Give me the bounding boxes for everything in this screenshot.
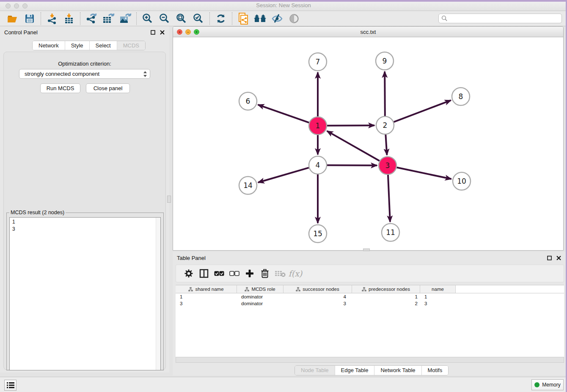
edge-1-6[interactable] [258,105,309,122]
cell-shared-name[interactable]: 3 [176,301,237,306]
optimization-criterion-select[interactable]: strongly connected component [19,69,150,79]
close-panel-action-button[interactable]: Close panel [86,83,130,93]
column-header-successor-nodes[interactable]: successor nodes [284,285,352,293]
edge-4-3[interactable] [327,165,377,166]
table-row-1[interactable]: 1dominator411 [176,293,564,300]
open-session-button[interactable] [4,12,21,25]
control-panel-header: Control Panel [0,26,169,38]
control-panel-title: Control Panel [4,29,38,36]
close-icon [556,256,561,260]
table-row-2[interactable]: 3dominator323 [176,300,564,307]
task-history-button[interactable] [4,380,17,391]
zoom-out-button[interactable] [156,12,173,25]
close-window-button[interactable] [6,3,11,8]
memory-button[interactable]: Memory [531,379,564,390]
network-canvas[interactable]: 1234678910111415 [173,37,563,250]
toolbar-separator [80,12,80,25]
run-mcds-button[interactable]: Run MCDS [40,83,80,93]
tab-node-table[interactable]: Node Table [295,366,335,375]
edge-2-8[interactable] [394,100,451,122]
column-header-name[interactable]: name [420,285,456,293]
cell-name[interactable]: 1 [420,294,456,299]
zoom-selected-button[interactable] [190,12,207,25]
tab-network[interactable]: Network [33,41,65,50]
add-row-button[interactable] [242,266,257,281]
network-zoom-button[interactable]: + [194,29,199,35]
cell-predecessor-nodes[interactable]: 2 [352,301,420,306]
cell-MCDS-role[interactable]: dominator [237,294,284,299]
delete-table-icon [275,270,286,277]
home-button[interactable] [252,12,269,25]
import-network-button[interactable] [44,12,61,25]
control-panel-tabs: NetworkStyleSelectMCDS [32,41,146,50]
close-table-panel-button[interactable] [556,255,561,261]
vertical-splitter-handle[interactable] [167,196,171,203]
search-field[interactable] [438,14,562,23]
edge-3-10[interactable] [397,168,451,179]
column-header-MCDS-role[interactable]: MCDS role [237,285,284,293]
edge-4-14[interactable] [258,168,309,182]
clone-network-button[interactable] [235,12,252,25]
result-scrollbar[interactable] [156,218,160,370]
mcds-panel: Optimization criterion: strongly connect… [3,52,166,370]
tab-motifs[interactable]: Motifs [422,366,449,375]
clone-network-icon [238,13,249,25]
tab-select[interactable]: Select [90,41,117,50]
tab-mcds[interactable]: MCDS [117,41,145,50]
mcds-result-text[interactable]: 1 3 [9,217,161,370]
cell-name[interactable]: 3 [420,301,456,306]
tab-style[interactable]: Style [65,41,90,50]
hide-graphics-button[interactable] [269,12,286,25]
import-table-button[interactable] [61,12,77,25]
node-label-2: 2 [383,121,388,130]
export-image-button[interactable] [117,12,134,25]
edge-3-11[interactable] [388,175,390,222]
edge-2-3[interactable] [385,135,387,155]
node-table[interactable]: shared nameMCDS rolesuccessor nodesprede… [176,285,564,357]
zoom-fit-button[interactable] [173,12,190,25]
export-table-button[interactable] [100,12,117,25]
edge-2-9[interactable] [385,72,385,116]
control-panel: Control Panel NetworkStyleSelectMCDS Opt… [0,26,169,373]
home-icon [253,14,267,23]
disabled-eye-icon [289,14,299,24]
network-close-button[interactable]: × [177,29,182,35]
edge-1-2[interactable] [327,125,374,126]
tab-network-table[interactable]: Network Table [374,366,421,375]
float-panel-button[interactable] [150,29,156,35]
edge-3-1[interactable] [327,131,380,161]
column-header-shared-name[interactable]: shared name [176,285,237,293]
column-tree-icon [362,287,366,292]
minimize-window-button[interactable] [14,3,19,8]
network-minimize-button[interactable]: − [185,29,191,35]
select-all-columns-button[interactable] [212,266,227,281]
zoom-in-button[interactable] [139,12,156,25]
toolbar-separator [209,12,210,25]
export-network-button[interactable] [83,12,100,25]
memory-status-icon [534,382,539,387]
node-label-6: 6 [246,97,250,105]
cell-shared-name[interactable]: 1 [176,294,237,299]
save-session-button[interactable] [21,12,38,25]
cell-successor-nodes[interactable]: 4 [284,294,352,299]
node-label-8: 8 [459,92,463,101]
float-table-panel-button[interactable] [546,255,552,261]
deselect-all-columns-button[interactable] [227,266,242,281]
search-icon [441,15,448,22]
cell-MCDS-role[interactable]: dominator [237,301,284,306]
search-input[interactable] [448,14,561,23]
network-window-titlebar[interactable]: × − + scc.txt [173,27,563,37]
unchecked-boxes-icon [229,271,239,276]
column-header-predecessor-nodes[interactable]: predecessor nodes [352,285,420,293]
apply-layout-button[interactable] [212,12,229,25]
table-settings-button[interactable] [181,266,196,281]
node-label-15: 15 [313,229,322,238]
horizontal-splitter-handle[interactable] [363,248,370,251]
delete-row-button[interactable] [257,266,272,281]
tab-edge-table[interactable]: Edge Table [335,366,375,375]
cell-successor-nodes[interactable]: 3 [284,301,352,306]
show-columns-button[interactable] [196,266,212,281]
cell-predecessor-nodes[interactable]: 1 [352,294,420,299]
maximize-window-button[interactable] [22,3,28,8]
close-panel-button[interactable] [159,29,165,35]
